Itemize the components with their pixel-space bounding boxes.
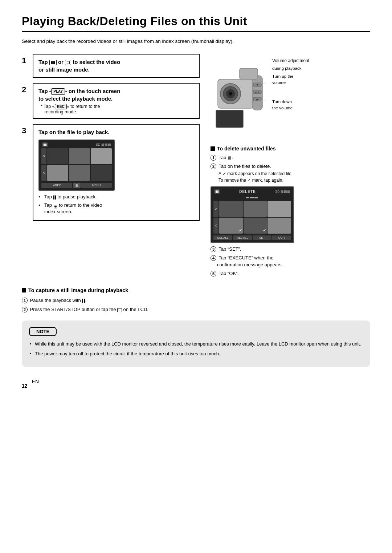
still-black-square [22, 288, 26, 292]
delete-step-1: 1 Tap 🗑. [211, 154, 370, 161]
rec-kbd: REC [55, 104, 67, 109]
step-2-number: 2 [22, 85, 26, 94]
photo-mode-icon: ▢ [65, 60, 71, 65]
thumb-cell-3[interactable] [91, 148, 112, 164]
del-nav-prev[interactable]: > [213, 201, 219, 217]
svg-text:↓: ↓ [263, 98, 265, 102]
svg-rect-6 [240, 68, 258, 79]
del-quit-btn[interactable]: QUIT [272, 235, 291, 240]
pause-icon [53, 195, 56, 199]
del-set-btn[interactable]: SET [253, 235, 271, 240]
del-rel-all-btn[interactable]: REL ALL [233, 235, 252, 240]
del-sel-all-btn[interactable]: SEL ALL [213, 235, 232, 240]
delete-step-2-text: Tap on the files to delete. [219, 164, 271, 169]
svg-rect-7 [216, 110, 243, 128]
vol-adjustment-label: Volume adjustment [272, 57, 309, 64]
step-1-box: Tap ▮▮ or ▢ to select the videoor still … [33, 54, 200, 78]
trash-icon: 🗑 [228, 155, 232, 161]
camcorder-area: T VOL W ↑ ↓ Volume adjustment during pla… [211, 57, 370, 138]
bullet-grid: Tap to return to the videoindex screen. [38, 202, 194, 215]
del-cell-4[interactable] [219, 218, 243, 234]
main-content: 1 Tap ▮▮ or ▢ to select the videoor stil… [22, 54, 370, 279]
thumb-cell-4[interactable] [47, 165, 68, 181]
delete-steps-list-2: 3 Tap “SET”. 4 Tap “EXECUTE” when the co… [211, 246, 370, 277]
delete-steps-list: 1 Tap 🗑. 2 Tap on the files to delete. A… [211, 154, 370, 183]
del-cell-1[interactable] [219, 201, 243, 217]
video-mode-icon: ▮▮ [49, 60, 57, 65]
step-2-text: Tap «PLAY» on the touch screento select … [38, 87, 194, 102]
step-1-text: Tap ▮▮ or ▢ to select the videoor still … [38, 58, 194, 73]
thumb-grid: > < [41, 148, 113, 182]
grid-icon [53, 203, 58, 207]
del-cell-5[interactable] [244, 218, 267, 234]
note-item-2: The power may turn off to protect the ci… [29, 350, 363, 358]
intro-text: Select and play back the recorded videos… [22, 38, 370, 45]
pause-icon-still [82, 299, 85, 303]
svg-text:T: T [257, 84, 258, 86]
thumb-rec-btn[interactable]: ◄REC [41, 183, 72, 188]
del-grid: > < [213, 200, 292, 234]
delete-header: To delete unwanted files [211, 146, 370, 152]
volume-labels: Volume adjustment during playback Turn u… [272, 57, 309, 111]
thumb-cell-1[interactable] [47, 148, 68, 164]
delete-step-5: 5 Tap “OK”. [211, 270, 370, 277]
still-step-1: 1 Pause the playback with . [22, 297, 370, 304]
vol-during-label: during playback [272, 65, 309, 72]
delete-header-text: To delete unwanted files [217, 146, 276, 152]
delete-step-2: 2 Tap on the files to delete. A ✓ mark a… [211, 163, 370, 183]
step-3-text: Tap on the file to play back. [38, 128, 194, 136]
lang-label: EN [32, 379, 39, 384]
step-1-number: 1 [22, 56, 26, 65]
still-step-2: 2 Press the START/STOP button or tap the… [22, 306, 370, 313]
note-title: NOTE [29, 327, 57, 336]
play-kbd: PLAY [51, 88, 65, 95]
thumbnail-screen: ▮▮ SD ▩▩▩ > < ◄REC [38, 140, 115, 191]
del-sd-label: SD ▩▩▩ [275, 190, 290, 193]
step-3-bullets: Tap to pause playback. Tap to return to … [38, 194, 194, 215]
page-title: Playing Back/Deleting Files on this Unit [22, 15, 370, 32]
footer: 12 EN [22, 374, 370, 389]
still-capture-header: To capture a still image during playback [22, 287, 370, 293]
photo-icon: ▫ [117, 308, 122, 312]
delete-step-3: 3 Tap “SET”. [211, 246, 370, 253]
circle-5: 5 [211, 271, 216, 276]
thumb-nav-prev[interactable]: > [41, 148, 46, 164]
thumb-cell-2[interactable] [69, 148, 90, 164]
still-circle-2: 2 [22, 307, 28, 312]
delete-section: To delete unwanted files 1 Tap 🗑. 2 Tap … [211, 146, 370, 277]
still-circle-1: 1 [22, 298, 28, 303]
camcorder-svg: T VOL W ↑ ↓ [211, 57, 269, 137]
thumb-mode-icon: ▮▮ [42, 142, 48, 147]
thumb-trash-btn[interactable]: 🗑 [73, 183, 81, 188]
del-cell-3[interactable] [268, 201, 291, 217]
bullet-pause: Tap to pause playback. [38, 194, 194, 200]
del-nav-next[interactable]: < [213, 218, 219, 234]
del-cell-6[interactable] [268, 218, 291, 234]
thumb-cell-6[interactable] [91, 165, 112, 181]
thumb-nav-next[interactable]: < [41, 165, 46, 181]
del-cell-2[interactable] [244, 201, 267, 217]
thumb-menu-btn[interactable]: MENU [81, 183, 112, 188]
delete-step-4: 4 Tap “EXECUTE” when the confirmation me… [211, 255, 370, 268]
still-capture-section: To capture a still image during playback… [22, 287, 370, 313]
svg-text:↑: ↑ [263, 82, 265, 86]
del-title: DELETE [239, 190, 256, 194]
delete-step-2-sub2: To remove the ✓ mark, tap again. [219, 177, 370, 183]
circle-1: 1 [211, 155, 216, 161]
vol-turn-up: Turn up the volume [272, 73, 309, 86]
step-2-box: Tap «PLAY» on the touch screento select … [33, 83, 200, 119]
delete-screen: ▮▮ DELETE SD ▩▩▩ ▬▬▬ > < SEL ALL [211, 186, 294, 243]
step-1-wrapper: 1 Tap ▮▮ or ▢ to select the videoor stil… [33, 54, 200, 78]
note-list: While this unit may be used with the LCD… [29, 340, 363, 358]
step-3-wrapper: 3 Tap on the file to play back. ▮▮ SD ▩▩… [33, 124, 200, 221]
circle-4: 4 [211, 255, 216, 261]
delete-step-2-sub1: A ✓ mark appears on the selected file. [219, 171, 370, 177]
circle-2: 2 [211, 164, 216, 169]
step-2-wrapper: 2 Tap «PLAY» on the touch screento selec… [33, 83, 200, 119]
note-item-1: While this unit may be used with the LCD… [29, 340, 363, 348]
step-3-number: 3 [22, 126, 26, 136]
thumb-cell-5[interactable] [69, 165, 90, 181]
camcorder-illustration: T VOL W ↑ ↓ [211, 57, 269, 138]
step-3-box: Tap on the file to play back. ▮▮ SD ▩▩▩ … [33, 124, 200, 221]
still-capture-title: To capture a still image during playback [28, 287, 128, 293]
